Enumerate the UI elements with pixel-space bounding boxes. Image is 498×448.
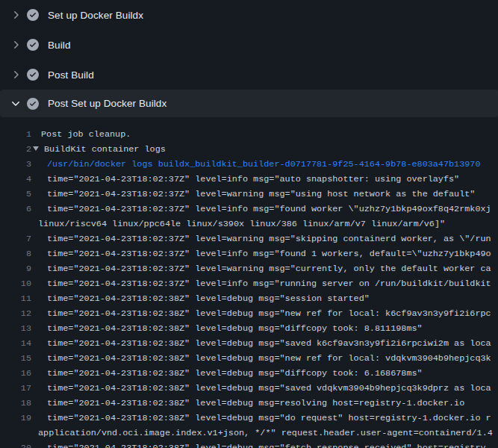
- log-line-number[interactable]: 18: [0, 396, 31, 411]
- log-line: 15time="2021-04-23T18:02:38Z" level=debu…: [0, 351, 498, 366]
- step-label: Post Build: [48, 69, 94, 81]
- log-line: 10time="2021-04-23T18:02:37Z" level=info…: [0, 276, 498, 291]
- check-circle-icon: [27, 69, 39, 81]
- log-line: 1Post job cleanup.: [0, 127, 498, 142]
- log-group-toggle[interactable]: BuildKit container logs: [33, 142, 498, 157]
- log-line-number[interactable]: 12: [0, 306, 31, 321]
- log-line: 13time="2021-04-23T18:02:38Z" level=debu…: [0, 321, 498, 336]
- log-line: 11time="2021-04-23T18:02:38Z" level=debu…: [0, 291, 498, 306]
- log-line-number[interactable]: 7: [0, 231, 31, 246]
- log-line-text: time="2021-04-23T18:02:38Z" level=debug …: [38, 396, 498, 411]
- log-line-text: time="2021-04-23T18:02:38Z" level=debug …: [38, 351, 498, 366]
- log-line-number[interactable]: 11: [0, 291, 31, 306]
- log-group-title: BuildKit container logs: [44, 144, 166, 155]
- log-line-number[interactable]: 10: [0, 276, 31, 291]
- log-line: 12time="2021-04-23T18:02:38Z" level=debu…: [0, 306, 498, 321]
- log-line-text: linux/riscv64 linux/ppc64le linux/s390x …: [38, 217, 498, 231]
- log-line-text: time="2021-04-23T18:02:38Z" level=debug …: [38, 381, 498, 396]
- log-line: 8time="2021-04-23T18:02:37Z" level=info …: [0, 246, 498, 261]
- log-line: 3/usr/bin/docker logs buildx_buildkit_bu…: [0, 157, 498, 172]
- log-line: 2BuildKit container logs: [0, 142, 498, 157]
- log-line: 16time="2021-04-23T18:02:38Z" level=debu…: [0, 366, 498, 381]
- steps-list: Set up Docker BuildxBuildPost BuildPost …: [0, 0, 498, 117]
- step-section-post-set-up-docker-buildx[interactable]: Post Set up Docker Buildx: [0, 90, 498, 117]
- log-line: 17time="2021-04-23T18:02:38Z" level=debu…: [0, 381, 498, 396]
- log-line-number[interactable]: 3: [0, 157, 31, 172]
- log-line: 19time="2021-04-23T18:02:38Z" level=debu…: [0, 411, 498, 426]
- step-label: Post Set up Docker Buildx: [48, 98, 166, 109]
- log-line-text: time="2021-04-23T18:02:37Z" level=info m…: [38, 172, 498, 187]
- log-line-text: time="2021-04-23T18:02:38Z" level=debug …: [38, 321, 498, 336]
- log-line: 9time="2021-04-23T18:02:37Z" level=warni…: [0, 261, 498, 276]
- log-line-text: time="2021-04-23T18:02:37Z" level=warnin…: [38, 231, 498, 246]
- log-line-number[interactable]: 19: [0, 411, 31, 426]
- log-line-number: [0, 217, 31, 231]
- log-line-number[interactable]: 5: [0, 187, 31, 202]
- log-line: 14time="2021-04-23T18:02:38Z" level=debu…: [0, 336, 498, 351]
- check-circle-icon: [27, 39, 39, 51]
- step-section-set-up-docker-buildx[interactable]: Set up Docker Buildx: [0, 0, 498, 30]
- step-label: Set up Docker Buildx: [48, 10, 143, 21]
- log-line-text: time="2021-04-23T18:02:37Z" level=info m…: [38, 276, 498, 291]
- log-line-number[interactable]: 6: [0, 202, 31, 217]
- step-label: Build: [48, 40, 71, 51]
- log-line-number[interactable]: 16: [0, 366, 31, 381]
- check-circle-icon: [27, 9, 39, 21]
- log-line: 5time="2021-04-23T18:02:37Z" level=warni…: [0, 187, 498, 202]
- log-line: application/vnd.oci.image.index.v1+json,…: [0, 426, 498, 441]
- log-line: 18time="2021-04-23T18:02:38Z" level=debu…: [0, 396, 498, 411]
- log-line-text: time="2021-04-23T18:02:37Z" level=info m…: [38, 202, 498, 217]
- log-line-number[interactable]: 15: [0, 351, 31, 366]
- log-line: 7time="2021-04-23T18:02:37Z" level=warni…: [0, 231, 498, 246]
- log-line-text: Post job cleanup.: [38, 127, 498, 142]
- log-line-number[interactable]: 9: [0, 261, 31, 276]
- log-line-text: time="2021-04-23T18:02:37Z" level=warnin…: [38, 261, 498, 276]
- log-line-text: time="2021-04-23T18:02:38Z" level=debug …: [38, 411, 498, 426]
- log-line-number[interactable]: 4: [0, 172, 31, 187]
- chevron-right-icon: [10, 69, 22, 81]
- log-line-text: time="2021-04-23T18:02:38Z" level=debug …: [38, 336, 498, 351]
- log-line: 20time="2021-04-23T18:02:38Z" level=debu…: [0, 441, 498, 448]
- log-line-number[interactable]: 14: [0, 336, 31, 351]
- log-line-text: time="2021-04-23T18:02:38Z" level=debug …: [38, 306, 498, 321]
- log-line: linux/riscv64 linux/ppc64le linux/s390x …: [0, 217, 498, 231]
- log-viewer: 1Post job cleanup.2BuildKit container lo…: [0, 117, 498, 448]
- log-line-text: time="2021-04-23T18:02:38Z" level=debug …: [38, 441, 498, 448]
- check-circle-icon: [27, 98, 39, 110]
- log-line-text: application/vnd.oci.image.index.v1+json,…: [38, 426, 498, 441]
- chevron-right-icon: [10, 39, 22, 51]
- log-line-text: time="2021-04-23T18:02:38Z" level=debug …: [38, 291, 498, 306]
- log-line: 4time="2021-04-23T18:02:37Z" level=info …: [0, 172, 498, 187]
- log-line-text: time="2021-04-23T18:02:37Z" level=warnin…: [38, 187, 498, 202]
- log-line-number[interactable]: 1: [0, 127, 31, 142]
- chevron-down-icon: [10, 98, 22, 110]
- log-line-text: /usr/bin/docker logs buildx_buildkit_bui…: [38, 157, 498, 172]
- log-line-number: [0, 426, 31, 441]
- step-section-build[interactable]: Build: [0, 30, 498, 60]
- log-line-number[interactable]: 20: [0, 441, 31, 448]
- step-section-post-build[interactable]: Post Build: [0, 60, 498, 90]
- log-line-number[interactable]: 13: [0, 321, 31, 336]
- log-line-number[interactable]: 8: [0, 246, 31, 261]
- log-line-number[interactable]: 2: [0, 142, 31, 157]
- log-line-text: time="2021-04-23T18:02:37Z" level=info m…: [38, 246, 498, 261]
- triangle-down-icon: [33, 146, 39, 151]
- log-line-text: time="2021-04-23T18:02:38Z" level=debug …: [38, 366, 498, 381]
- log-line-number[interactable]: 17: [0, 381, 31, 396]
- log-line: 6time="2021-04-23T18:02:37Z" level=info …: [0, 202, 498, 217]
- chevron-right-icon: [10, 9, 22, 21]
